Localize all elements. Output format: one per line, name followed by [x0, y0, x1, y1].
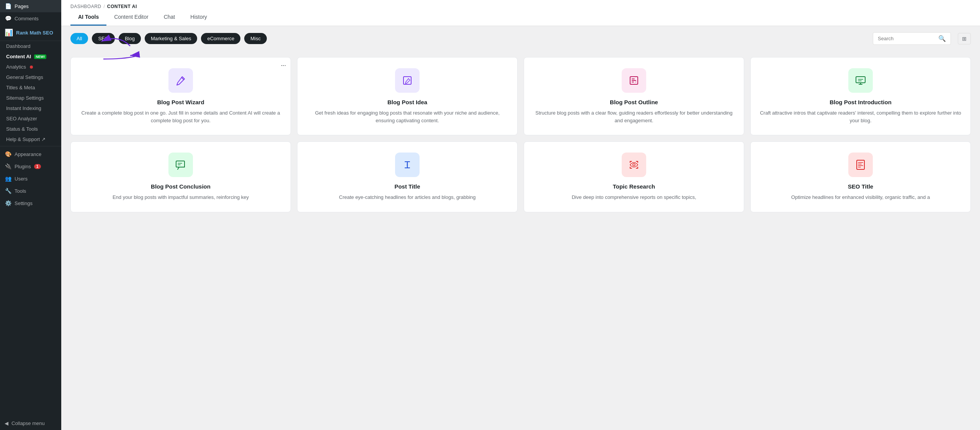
sidebar-label-titles-meta: Titles & Meta	[6, 85, 35, 90]
svg-rect-6	[856, 77, 865, 83]
filter-marketing[interactable]: Marketing & Sales	[145, 33, 198, 44]
card-blog-post-introduction[interactable]: Blog Post Introduction Craft attractive …	[750, 57, 971, 135]
sidebar-item-plugins[interactable]: 🔌 Plugins 1	[0, 160, 61, 172]
sidebar-item-appearance[interactable]: 🎨 Appearance	[0, 148, 61, 160]
tab-chat[interactable]: Chat	[156, 9, 183, 26]
sidebar-item-settings[interactable]: ⚙️ Settings	[0, 197, 61, 209]
svg-rect-4	[632, 82, 634, 82]
comment-box-icon	[175, 159, 187, 171]
sidebar-label-analytics: Analytics	[6, 64, 26, 70]
card-title-introduction: Blog Post Introduction	[830, 99, 892, 105]
content-ai-badge: New!	[34, 54, 46, 59]
card-blog-post-outline[interactable]: Blog Post Outline Structure blog posts w…	[524, 57, 744, 135]
card-blog-post-conclusion[interactable]: Blog Post Conclusion End your blog posts…	[70, 141, 291, 212]
breadcrumb-current: CONTENT AI	[107, 4, 137, 9]
grid-view-button[interactable]: ⊞	[958, 33, 971, 44]
sidebar-item-pages[interactable]: 📄 Pages	[0, 0, 61, 12]
sidebar-label-dashboard: Dashboard	[6, 43, 31, 49]
plugins-icon: 🔌	[5, 163, 11, 169]
svg-rect-8	[407, 163, 408, 167]
card-seo-title[interactable]: SEO Title Optimize headlines for enhance…	[750, 141, 971, 212]
rank-math-icon: 📊	[5, 28, 13, 37]
svg-rect-5	[635, 82, 636, 82]
svg-rect-7	[176, 161, 185, 167]
tab-history[interactable]: History	[183, 9, 215, 26]
card-icon-conclusion	[168, 153, 193, 177]
tab-content-editor[interactable]: Content Editor	[106, 9, 156, 26]
card-topic-research[interactable]: Topic Research Dive deep into comprehens…	[524, 141, 744, 212]
sidebar-item-instant-indexing[interactable]: Instant Indexing	[0, 103, 61, 113]
sidebar-label-users: Users	[15, 176, 28, 182]
card-title-idea: Blog Post Idea	[387, 99, 427, 105]
sidebar-item-seo-analyzer[interactable]: SEO Analyzer	[0, 113, 61, 124]
card-dots-wizard[interactable]: ···	[281, 62, 286, 69]
sidebar-item-help-support[interactable]: Help & Support ↗	[0, 134, 61, 144]
collapse-icon: ◀	[5, 420, 8, 426]
sidebar: 📄 Pages 💬 Comments 📊 Rank Math SEO Dashb…	[0, 0, 61, 430]
svg-rect-2	[632, 79, 635, 79]
sidebar-item-sitemap[interactable]: Sitemap Settings	[0, 93, 61, 103]
card-icon-seo-title	[848, 153, 873, 177]
sidebar-item-analytics[interactable]: Analytics	[0, 62, 61, 72]
card-title-conclusion: Blog Post Conclusion	[151, 183, 211, 190]
breadcrumb: DASHBOARD / CONTENT AI	[61, 0, 980, 9]
card-blog-post-wizard[interactable]: ··· Blog Post Wizard Create a complete b…	[70, 57, 291, 135]
eye-scan-icon	[628, 159, 640, 171]
sidebar-label-general-settings: General Settings	[6, 74, 43, 80]
sidebar-label-appearance: Appearance	[15, 151, 41, 157]
sidebar-label-pages: Pages	[15, 3, 29, 9]
filter-bar: All SEO Blog Marketing & Sales eCommerce…	[61, 26, 980, 51]
collapse-menu-button[interactable]: ◀ Collapse menu	[0, 417, 61, 430]
appearance-icon: 🎨	[5, 151, 11, 157]
sidebar-item-comments[interactable]: 💬 Comments	[0, 12, 61, 25]
monitor-icon	[854, 74, 867, 87]
breadcrumb-dashboard[interactable]: DASHBOARD	[70, 4, 101, 9]
card-desc-wizard: Create a complete blog post in one go. J…	[80, 109, 281, 124]
cards-grid: ··· Blog Post Wizard Create a complete b…	[70, 57, 971, 212]
sidebar-label-tools: Tools	[15, 188, 26, 194]
sidebar-label-status-tools: Status & Tools	[6, 126, 38, 132]
sidebar-item-titles-meta[interactable]: Titles & Meta	[0, 82, 61, 93]
rank-math-header[interactable]: 📊 Rank Math SEO	[0, 25, 61, 41]
filter-misc[interactable]: Misc	[244, 33, 267, 44]
sidebar-item-dashboard[interactable]: Dashboard	[0, 41, 61, 51]
sidebar-label-seo-analyzer: SEO Analyzer	[6, 116, 37, 121]
analytics-badge	[30, 66, 33, 69]
card-icon-idea	[395, 68, 420, 93]
svg-rect-10	[857, 160, 864, 169]
sidebar-item-general-settings[interactable]: General Settings	[0, 72, 61, 82]
card-desc-conclusion: End your blog posts with impactful summa…	[113, 194, 249, 201]
svg-point-9	[633, 164, 635, 166]
filter-ecommerce[interactable]: eCommerce	[201, 33, 240, 44]
sidebar-label-comments: Comments	[15, 16, 39, 21]
search-button[interactable]: 🔍	[938, 35, 946, 42]
main-content: DASHBOARD / CONTENT AI AI Tools Content …	[61, 0, 980, 430]
sidebar-label-sitemap: Sitemap Settings	[6, 95, 44, 101]
filter-blog[interactable]: Blog	[119, 33, 141, 44]
pencil-icon	[175, 74, 187, 87]
tab-ai-tools[interactable]: AI Tools	[70, 9, 106, 26]
card-post-title[interactable]: Post Title Create eye-catching headlines…	[297, 141, 518, 212]
filter-all[interactable]: All	[70, 33, 88, 44]
sidebar-item-tools[interactable]: 🔧 Tools	[0, 185, 61, 197]
sidebar-item-content-ai[interactable]: Content AI New!	[0, 51, 61, 62]
svg-rect-3	[632, 80, 636, 81]
card-desc-post-title: Create eye-catching headlines for articl…	[339, 194, 476, 201]
settings-icon: ⚙️	[5, 200, 11, 206]
sidebar-item-users[interactable]: 👥 Users	[0, 172, 61, 185]
card-title-wizard: Blog Post Wizard	[157, 99, 204, 105]
list-icon	[628, 74, 640, 87]
card-icon-outline	[622, 68, 646, 93]
card-blog-post-idea[interactable]: Blog Post Idea Get fresh ideas for engag…	[297, 57, 518, 135]
edit-box-icon	[401, 74, 413, 87]
sidebar-item-status-tools[interactable]: Status & Tools	[0, 124, 61, 134]
card-title-outline: Blog Post Outline	[610, 99, 658, 105]
doc-list-icon	[854, 159, 867, 171]
comments-icon: 💬	[5, 15, 11, 21]
card-title-post-title: Post Title	[394, 183, 420, 190]
users-icon: 👥	[5, 176, 11, 182]
search-input[interactable]	[878, 36, 935, 41]
filter-seo[interactable]: SEO	[92, 33, 114, 44]
sidebar-label-settings: Settings	[15, 200, 33, 206]
card-icon-wizard	[168, 68, 193, 93]
